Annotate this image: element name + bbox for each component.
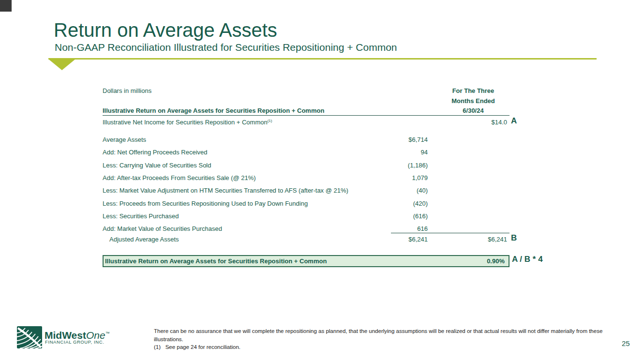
table-row-label: Less: Carrying Value of Securities Sold [103,162,211,169]
table-row-value: 94 [360,149,428,156]
subtotal-value1: $6,241 [360,236,428,243]
period-header-date: 6/30/24 [434,107,512,114]
reconciliation-table: Dollars in millions For The Three Months… [103,85,509,284]
disclaimer-text: There can be no assurance that we will c… [154,327,621,343]
period-header-line2: Months Ended [434,97,512,105]
table-row-label: Average Assets [103,136,146,143]
subtotal-value2: $6,241 [439,236,507,243]
table-row-value: 1,079 [360,174,428,181]
table-row-label: Add: Net Offering Proceeds Received [103,149,208,156]
table-row-value: $6,714 [360,136,428,143]
table-row-label: Add: Market Value of Securities Purchase… [103,225,222,232]
table-row-label: Less: Securities Purchased [103,212,179,220]
net-income-label: Illustrative Net Income for Securities R… [103,119,272,126]
table-row-value: (1,186) [360,162,428,169]
page-number: 25 [622,339,630,347]
result-highlight-box: Illustrative Return on Average Assets fo… [103,255,509,267]
ref-letter-b: B [511,233,517,243]
presentation-slide: Return on Average Assets Non-GAAP Reconc… [0,0,644,362]
ref-formula: A / B * 4 [512,255,543,264]
disclaimer-block: There can be no assurance that we will c… [154,327,621,351]
result-label: Illustrative Return on Average Assets fo… [105,257,327,265]
section-header: Illustrative Return on Average Assets fo… [103,107,324,114]
brand-subtext: FINANCIAL GROUP, INC. [45,339,104,345]
subtotal-label: Adjusted Average Assets [103,236,179,243]
footnote-text: (1) See page 24 for reconciliation. [154,343,621,351]
result-value: 0.90% [487,257,505,265]
net-income-value: $14.0 [439,119,507,126]
page-title: Return on Average Assets [54,19,277,41]
corner-marker [0,0,12,12]
table-row-label: Less: Market Value Adjustment on HTM Sec… [103,187,348,194]
ref-letter-a: A [511,116,517,126]
units-note: Dollars in millions [103,87,151,94]
header-rule [103,115,509,116]
table-row-value: 616 [360,225,428,232]
subtotal-rule [391,233,509,233]
net-income-label-text: Illustrative Net Income for Securities R… [103,119,268,126]
triangle-down-icon [48,59,75,70]
accent-divider [48,58,597,60]
table-row-value: (40) [360,187,428,194]
net-income-footnote-sup: (1) [268,119,272,123]
trademark-symbol: ™ [105,331,110,336]
period-header-line1: For The Three [434,87,512,94]
page-subtitle: Non-GAAP Reconciliation Illustrated for … [55,42,397,53]
table-row-value: (420) [360,200,428,207]
table-row-value: (616) [360,212,428,220]
table-row-label: Add: After-tax Proceeds From Securities … [103,174,256,181]
table-row-label: Less: Proceeds from Securities Repositio… [103,200,308,207]
midwestone-logo-icon [17,326,42,348]
